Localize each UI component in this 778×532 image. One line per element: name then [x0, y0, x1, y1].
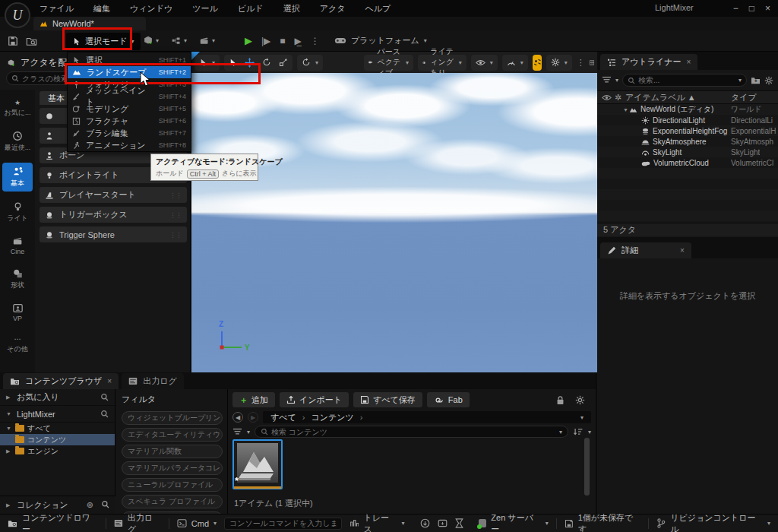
asset-tile-selected[interactable]: *: [232, 439, 283, 489]
filter-icon[interactable]: [602, 76, 612, 84]
filter-material-function[interactable]: マテリアル関数: [122, 445, 223, 458]
rotate-tool-icon[interactable]: [262, 58, 271, 67]
scale-tool-icon[interactable]: [279, 58, 288, 67]
expand-arrow-icon[interactable]: ▶: [6, 394, 12, 401]
menu-actor[interactable]: アクタ: [318, 2, 347, 16]
tab-output-log[interactable]: 出力ログ: [122, 373, 184, 389]
show-flags-button[interactable]: ▾: [471, 55, 498, 71]
eye-icon[interactable]: [602, 94, 612, 101]
breadcrumb-content[interactable]: コンテンツ: [311, 412, 353, 423]
filter-material-parameter[interactable]: マテリアルパラメータコレ: [122, 461, 223, 475]
expand-arrow-icon[interactable]: ▼: [6, 426, 12, 431]
expand-arrow-icon[interactable]: ▼: [6, 411, 12, 416]
tree-item-engine[interactable]: ▶ エンジン: [0, 445, 115, 457]
trace-button[interactable]: トレース ▾: [342, 515, 413, 532]
outliner-search-input[interactable]: [638, 76, 722, 84]
viewport-settings-button[interactable]: ▾: [546, 55, 572, 71]
filter-editor-utility[interactable]: エディタユーティリティウ: [122, 428, 223, 442]
lock-icon[interactable]: [556, 395, 565, 405]
new-folder-icon[interactable]: +: [751, 76, 761, 84]
save-all-button[interactable]: すべて保存: [353, 392, 422, 407]
category-lights[interactable]: ライト: [2, 198, 33, 226]
viewport-options-icon[interactable]: ⋮: [577, 58, 585, 68]
chevron-down-icon[interactable]: ▾: [247, 429, 250, 435]
mode-item-fracture[interactable]: フラクチャSHIFT+6: [68, 115, 191, 127]
import-button[interactable]: インポート: [280, 392, 349, 407]
close-button[interactable]: ×: [765, 3, 770, 14]
select-tool-icon[interactable]: [229, 59, 237, 67]
menu-help[interactable]: ヘルプ: [363, 2, 392, 16]
menu-build[interactable]: ビルド: [236, 2, 265, 16]
performance-button[interactable]: ▾: [502, 55, 528, 71]
category-shapes[interactable]: 形状: [2, 265, 33, 293]
menu-tools[interactable]: ツール: [191, 2, 220, 16]
outliner-row-volumetric-cloud[interactable]: VolumetricCloudVolumetricCl: [597, 157, 778, 168]
gear-icon[interactable]: [764, 76, 773, 85]
expand-arrow-icon[interactable]: ▶: [6, 502, 12, 508]
filter-specular-profile[interactable]: スペキュラ プロファイル: [122, 495, 223, 508]
mode-item-landscape[interactable]: ランドスケープSHIFT+2: [68, 66, 191, 78]
save-icon[interactable]: [8, 36, 18, 46]
screenshot-icon[interactable]: [438, 518, 448, 528]
rotation-snap-button[interactable]: ▾: [297, 55, 323, 71]
back-button[interactable]: ◀: [232, 412, 243, 423]
column-item-label[interactable]: アイテムラベル ▲: [625, 92, 696, 103]
unsaved-indicator[interactable]: * 1個が未保存です: [557, 515, 649, 532]
tab-content-browser[interactable]: コンテンツブラウザ ×: [3, 373, 119, 389]
breadcrumb[interactable]: すべて › コンテンツ › ▾: [263, 411, 591, 423]
drag-handle-icon[interactable]: ⋮⋮: [169, 231, 182, 239]
add-button[interactable]: ＋ 追加: [232, 392, 275, 407]
search-icon[interactable]: [101, 500, 109, 510]
breadcrumb-all[interactable]: すべて: [270, 412, 296, 423]
stop-icon[interactable]: ■: [280, 36, 285, 46]
menu-file[interactable]: ファイル: [38, 2, 75, 16]
outliner-search-box[interactable]: ▾: [622, 74, 747, 87]
category-basic[interactable]: 基本: [2, 163, 33, 192]
outliner-row-height-fog[interactable]: ExponentialHeightFogExponentialH: [597, 125, 778, 136]
chevron-down-icon[interactable]: ▾: [580, 414, 584, 421]
category-favorites[interactable]: ★ お気に...: [2, 96, 33, 121]
collections-section[interactable]: ▶ コレクション ⊕: [0, 496, 115, 514]
category-cinematic[interactable]: Cine: [2, 233, 33, 258]
chevron-down-icon[interactable]: ▾: [738, 77, 742, 84]
project-section[interactable]: ▼ LightMixer: [0, 406, 115, 423]
cinematics-button[interactable]: ▾: [199, 36, 215, 46]
level-tab[interactable]: NewWorld*: [33, 17, 146, 30]
asset-search-input[interactable]: [271, 428, 499, 436]
tab-outliner[interactable]: アウトライナー ×: [600, 54, 697, 70]
browse-icon[interactable]: [26, 36, 37, 46]
close-icon[interactable]: ×: [687, 58, 691, 66]
content-drawer-button[interactable]: コンテンツドロワー: [0, 515, 106, 532]
menu-select[interactable]: 選択: [282, 2, 302, 16]
launch-icon[interactable]: ▶̲: [295, 36, 302, 46]
expand-arrow-icon[interactable]: ▶: [6, 448, 12, 454]
outliner-row-directional-light[interactable]: DirectionalLightDirectionalLi: [597, 115, 778, 125]
blueprints-button[interactable]: ▾: [171, 36, 187, 46]
tree-item-content[interactable]: コンテンツ: [0, 434, 115, 445]
platforms-button[interactable]: プラットフォーム ▾: [334, 35, 427, 46]
play-icon[interactable]: ▶: [245, 35, 252, 46]
search-icon[interactable]: [100, 393, 109, 401]
scrollbar[interactable]: [584, 438, 590, 496]
add-collection-icon[interactable]: ⊕: [87, 500, 93, 510]
chevron-down-icon[interactable]: ▾: [588, 429, 591, 435]
mode-item-brush-edit[interactable]: ブラシ編集SHIFT+7: [68, 127, 191, 139]
expand-arrow-icon[interactable]: ▼: [623, 107, 629, 112]
outliner-row-sky-atmosphere[interactable]: SkyAtmosphereSkyAtmosph: [597, 136, 778, 147]
gear-icon[interactable]: [575, 395, 585, 405]
menu-window[interactable]: ウィンドウ: [128, 2, 174, 16]
select-mode-button[interactable]: 選択モード ▾: [66, 33, 141, 50]
mode-item-select[interactable]: 選択SHIFT+1: [68, 54, 191, 66]
pin-column-icon[interactable]: ✲: [615, 93, 625, 103]
sort-icon[interactable]: [573, 427, 584, 436]
view-mode-button[interactable]: ライティングあり ▾: [418, 55, 466, 71]
place-item-trigger-box[interactable]: トリガーボックス⋮⋮: [40, 207, 187, 223]
mode-item-mesh-paint[interactable]: メッシュペイントSHIFT+4: [68, 90, 191, 103]
filter-neural-profile[interactable]: ニューラルプロファイル: [122, 478, 223, 492]
minimize-button[interactable]: −: [733, 3, 738, 14]
close-icon[interactable]: ×: [107, 377, 112, 385]
maximize-button[interactable]: □: [749, 3, 754, 14]
drag-handle-icon[interactable]: ⋮⋮: [169, 211, 182, 219]
category-all-classes[interactable]: ⋯ その他: [2, 332, 33, 357]
cmd-selector[interactable]: Cmd ▾: [169, 515, 224, 532]
